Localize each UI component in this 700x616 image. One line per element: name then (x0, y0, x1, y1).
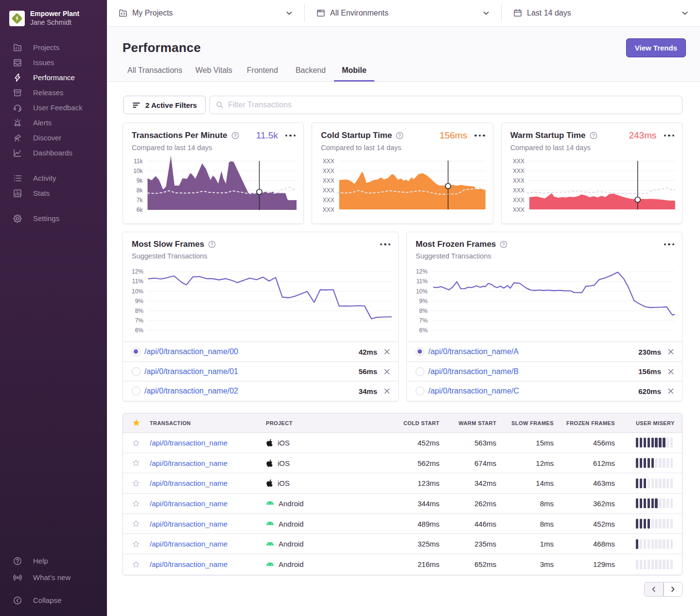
svg-text:XXX: XXX (323, 177, 334, 184)
svg-text:XXX: XXX (323, 158, 334, 165)
svg-text:6%: 6% (135, 327, 144, 334)
svg-text:XXX: XXX (513, 168, 525, 174)
svg-text:XXX: XXX (323, 206, 334, 213)
svg-text:8k: 8k (137, 187, 143, 194)
svg-text:XXX: XXX (513, 187, 525, 194)
svg-text:XXX: XXX (513, 177, 525, 184)
svg-text:7%: 7% (135, 317, 144, 324)
svg-text:10k: 10k (133, 168, 143, 174)
svg-text:11k: 11k (134, 158, 143, 165)
svg-text:XXX: XXX (513, 197, 525, 204)
svg-text:11%: 11% (417, 278, 428, 285)
svg-text:XXX: XXX (323, 187, 334, 194)
svg-text:11%: 11% (132, 278, 143, 285)
svg-text:9%: 9% (419, 298, 428, 305)
svg-text:XXX: XXX (323, 168, 334, 174)
svg-text:12%: 12% (132, 268, 143, 275)
svg-text:8%: 8% (135, 308, 144, 314)
svg-text:9%: 9% (135, 298, 144, 305)
svg-text:XXX: XXX (513, 206, 525, 213)
svg-text:10%: 10% (416, 288, 428, 295)
svg-text:10%: 10% (132, 288, 143, 295)
svg-text:XXX: XXX (323, 197, 334, 204)
svg-text:7%: 7% (419, 317, 428, 324)
svg-text:6%: 6% (419, 327, 428, 334)
svg-text:9k: 9k (137, 177, 143, 184)
svg-text:7k: 7k (137, 197, 143, 204)
svg-text:8%: 8% (419, 308, 428, 314)
svg-text:6k: 6k (137, 206, 143, 213)
svg-text:XXX: XXX (513, 158, 525, 165)
svg-text:12%: 12% (416, 268, 428, 275)
